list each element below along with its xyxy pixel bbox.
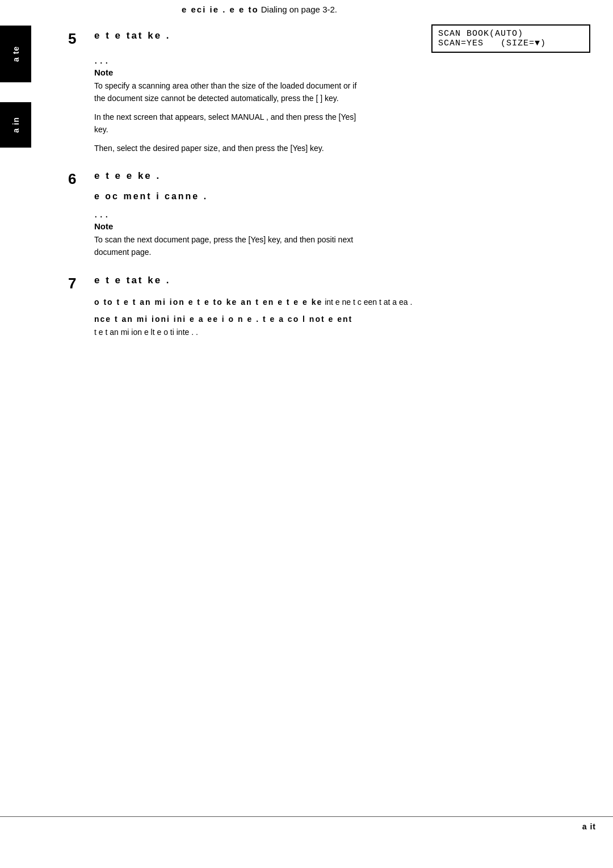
step-5-content: e t e tat ke . [94,30,171,46]
sidebar-tab-1: a te [0,26,31,82]
step-7-para2: nce t an mi ioni ini e a ee i o n e . t … [94,313,560,340]
note-dots-1: ... [94,53,602,66]
step-6-content: e t e e ke . [94,170,161,186]
step-6-block: 6 e t e e ke . e oc ment i canne . ... N… [68,170,602,259]
step-6-row: 6 e t e e ke . [68,170,602,188]
note-text-1: To specify a scanning area other than th… [94,79,367,105]
step-5-note: ... Note To specify a scanning area othe… [94,53,602,105]
page-wrapper: e eci ie . e e to Dialing on page 3-2. a… [0,0,613,868]
step-7-block: 7 e t e tat ke . o to t e t an mi ion e … [68,275,602,339]
step-7-content: e t e tat ke . [94,275,171,291]
screen-box-1: SCAN BOOK(AUTO) SCAN=YES (SIZE=▼) [431,24,590,53]
step-5-row: 5 e t e tat ke . SCAN BOOK(AUTO) SCAN=YE… [68,30,602,48]
step-7-para1-rest: int e ne t c een t at a ea . [325,297,412,307]
step-6-title: e t e e ke . [94,170,161,182]
step-5-title: e t e tat ke . [94,30,171,41]
step-6-number: 6 [68,170,85,188]
step-6-note: ... Note To scan the next document page,… [94,207,602,259]
screen1-line1: SCAN BOOK(AUTO) [438,29,583,39]
step-5-screen2-area: In the next screen that appears, select … [94,111,602,136]
page-header: e eci ie . e e to Dialing on page 3-2. [0,0,613,19]
see-also-text: Dialing on page 3-2. [261,5,337,14]
main-content: 5 e t e tat ke . SCAN BOOK(AUTO) SCAN=YE… [51,24,613,367]
step-7-para2-rest: t e t an mi ion e lt e o ti inte . . [94,328,198,337]
note-label-1: Note [94,68,602,77]
footer-text: a it [582,822,596,831]
step-5-block: 5 e t e tat ke . SCAN BOOK(AUTO) SCAN=YE… [68,30,602,154]
sidebar-tab-2: a in [0,102,31,148]
note-text-3: To scan the next document page, press th… [94,233,367,259]
step-5-number: 5 [68,30,85,48]
step-7-number: 7 [68,275,85,292]
then-text: Then, select the desired paper size, and… [94,142,602,154]
see-also-label: e eci ie . e e to [182,5,259,14]
step-7-title: e t e tat ke . [94,275,171,286]
step-7-para1-bold: o to t e t an mi ion e t e to ke an t en… [94,297,322,307]
note-text-2: In the next screen that appears, select … [94,111,367,136]
step-7-para1: o to t e t an mi ion e t e to ke an t en… [94,296,560,309]
screen1-line2: SCAN=YES (SIZE=▼) [438,39,583,48]
note-dots-2: ... [94,207,602,220]
step-7-para2-bold: nce t an mi ioni ini e a ee i o n e . t … [94,315,352,324]
step-7-row: 7 e t e tat ke . [68,275,602,292]
bottom-rule [0,816,613,817]
note-label-2: Note [94,221,602,231]
step-6-sub-label: e oc ment i canne . [94,191,602,202]
